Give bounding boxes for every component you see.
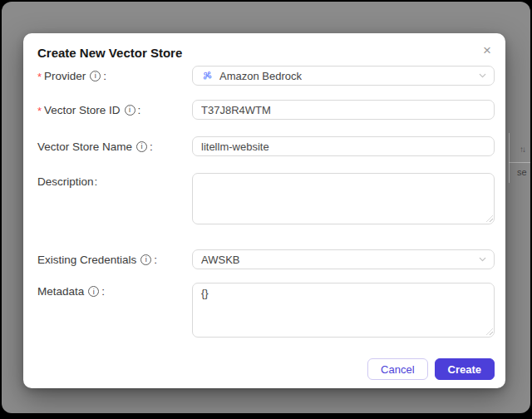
existing-credentials-select-value: AWSKB [201, 254, 239, 266]
chevron-down-icon [478, 71, 487, 81]
required-mark: * [37, 71, 42, 82]
chevron-down-icon [478, 255, 487, 264]
provider-select-value: Amazon Bedrock [219, 70, 302, 82]
create-vector-store-modal: Create New Vector Store × * Provider i : [23, 33, 505, 388]
background-table-border [509, 162, 530, 163]
existing-credentials-row: Existing Credentials i : AWSKB [37, 249, 495, 269]
vector-store-id-row: * Vector Store ID i : [37, 100, 495, 120]
background-table-border [509, 133, 510, 183]
metadata-row: Metadata i : {} [37, 283, 495, 338]
cancel-button[interactable]: Cancel [367, 358, 427, 380]
modal-footer: Cancel Create [367, 358, 495, 380]
provider-select[interactable]: Amazon Bedrock [192, 66, 495, 86]
dimmed-page-backdrop: ↑↓ se Create New Vector Store × * Provid… [2, 2, 530, 413]
info-icon[interactable]: i [88, 286, 99, 297]
vector-store-id-label: * Vector Store ID i : [37, 104, 192, 116]
provider-label: * Provider i : [37, 70, 192, 82]
create-button[interactable]: Create [435, 358, 495, 380]
vector-store-name-row: Vector Store Name i : [37, 136, 495, 156]
existing-credentials-select[interactable]: AWSKB [192, 249, 495, 269]
metadata-textarea[interactable]: {} [192, 283, 495, 338]
close-icon[interactable]: × [480, 41, 494, 60]
description-textarea[interactable] [192, 173, 495, 224]
description-row: Description : [37, 173, 495, 224]
required-mark: * [37, 106, 42, 116]
modal-title: Create New Vector Store [37, 46, 182, 60]
metadata-label: Metadata i : [37, 283, 192, 298]
sort-arrows-icon: ↑↓ [520, 145, 525, 154]
vector-store-name-input[interactable] [192, 136, 495, 156]
amazon-bedrock-icon [201, 70, 214, 82]
existing-credentials-label: Existing Credentials i : [37, 254, 192, 266]
info-icon[interactable]: i [90, 71, 101, 81]
description-label: Description : [37, 173, 192, 188]
info-icon[interactable]: i [125, 105, 135, 116]
vector-store-name-label: Vector Store Name i : [37, 140, 192, 153]
info-icon[interactable]: i [136, 141, 147, 152]
info-icon[interactable]: i [140, 254, 151, 265]
provider-row: * Provider i : [37, 66, 495, 86]
vector-store-id-input[interactable] [192, 100, 495, 120]
background-partial-text: se [517, 167, 527, 177]
